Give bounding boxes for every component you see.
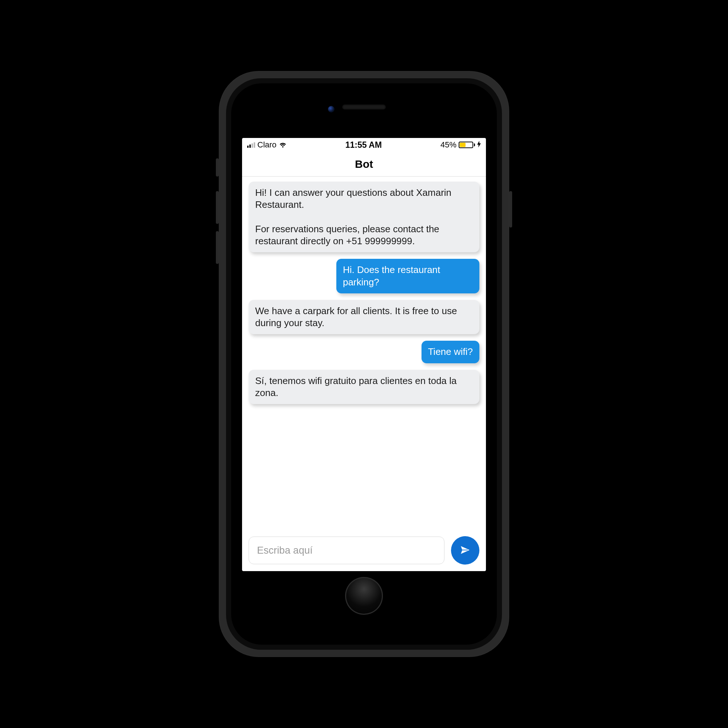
message-row-bot: We have a carpark for all clients. It is… bbox=[249, 300, 479, 335]
volume-down-button bbox=[216, 231, 219, 264]
message-input[interactable] bbox=[249, 537, 444, 564]
volume-up-button bbox=[216, 191, 219, 224]
cellular-signal-icon bbox=[247, 142, 255, 148]
message-row-user: Tiene wifi? bbox=[249, 341, 479, 363]
message-bubble: Hi. Does the restaurant parking? bbox=[336, 259, 479, 294]
phone-frame: Claro 11:55 AM 45% bbox=[219, 71, 509, 657]
message-bubble: We have a carpark for all clients. It is… bbox=[249, 300, 479, 335]
charging-icon bbox=[477, 140, 481, 150]
stage: Claro 11:55 AM 45% bbox=[0, 0, 728, 728]
home-button[interactable] bbox=[345, 577, 383, 615]
front-camera bbox=[328, 106, 335, 112]
status-left: Claro bbox=[247, 140, 287, 150]
battery-icon bbox=[459, 142, 475, 148]
messages-list[interactable]: Hi! I can answer your questions about Xa… bbox=[242, 177, 486, 530]
message-bubble: Hi! I can answer your questions about Xa… bbox=[249, 182, 479, 252]
status-time: 11:55 AM bbox=[287, 140, 440, 150]
screen: Claro 11:55 AM 45% bbox=[242, 138, 486, 571]
paper-plane-icon bbox=[459, 544, 471, 557]
battery-percent-label: 45% bbox=[440, 140, 456, 150]
page-title: Bot bbox=[355, 158, 373, 170]
phone-bezel: Claro 11:55 AM 45% bbox=[231, 83, 497, 645]
title-bar: Bot bbox=[242, 152, 486, 177]
status-right: 45% bbox=[440, 140, 481, 150]
power-button bbox=[509, 191, 512, 228]
message-row-bot: Sí, tenemos wifi gratuito para clientes … bbox=[249, 370, 479, 404]
message-row-bot: Hi! I can answer your questions about Xa… bbox=[249, 182, 479, 252]
message-bubble: Sí, tenemos wifi gratuito para clientes … bbox=[249, 370, 479, 404]
phone-inner: Claro 11:55 AM 45% bbox=[226, 78, 502, 650]
message-bubble: Tiene wifi? bbox=[422, 341, 479, 363]
send-button[interactable] bbox=[451, 536, 479, 564]
wifi-icon bbox=[279, 142, 287, 148]
earpiece-speaker bbox=[342, 104, 386, 110]
carrier-label: Claro bbox=[257, 140, 277, 150]
status-bar: Claro 11:55 AM 45% bbox=[242, 138, 486, 152]
message-row-user: Hi. Does the restaurant parking? bbox=[249, 259, 479, 294]
top-hardware bbox=[231, 83, 497, 138]
input-bar bbox=[242, 530, 486, 571]
mute-switch bbox=[216, 158, 219, 177]
home-area bbox=[231, 571, 497, 626]
